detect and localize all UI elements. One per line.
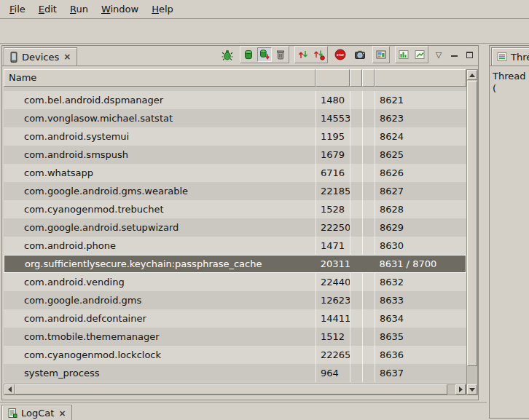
menu-edit[interactable]: Edit bbox=[32, 1, 63, 17]
process-name: com.whatsapp bbox=[4, 164, 316, 182]
device-table: Name com.bel.android.dspmanager 1480 862… bbox=[4, 69, 466, 382]
table-row[interactable]: com.android.phone 1471 8630 bbox=[4, 237, 466, 255]
threads-message-line1: Thread up bbox=[493, 70, 529, 82]
process-pid: 1480 bbox=[316, 91, 350, 109]
process-name: org.sufficientlysecure.keychain:passphra… bbox=[4, 255, 316, 272]
cause-gc-icon[interactable] bbox=[273, 47, 288, 62]
devices-icon bbox=[9, 52, 18, 63]
table-row[interactable]: com.bel.android.dspmanager 1480 8621 bbox=[4, 91, 466, 109]
view-menu-icon[interactable]: ▽ bbox=[434, 49, 444, 60]
menu-window[interactable]: Window bbox=[95, 1, 145, 17]
status-cell-2 bbox=[362, 309, 375, 328]
column-header-status1[interactable] bbox=[350, 69, 362, 87]
scroll-left-arrow[interactable] bbox=[4, 384, 15, 395]
status-cell-2 bbox=[362, 291, 375, 309]
status-cell-2 bbox=[362, 182, 375, 200]
minimize-icon[interactable] bbox=[449, 49, 459, 60]
horizontal-scrollbar[interactable] bbox=[4, 384, 466, 395]
table-row[interactable]: com.android.vending 22440 8632 bbox=[4, 273, 466, 291]
process-pid: 6716 bbox=[316, 164, 350, 182]
process-port: 8636 bbox=[375, 346, 466, 364]
menu-bar: File Edit Run Window Help bbox=[0, 0, 529, 19]
process-name: com.tmobile.thememanager bbox=[4, 328, 316, 346]
logcat-icon bbox=[7, 408, 17, 419]
close-logcat-tab-icon[interactable]: × bbox=[58, 408, 66, 419]
process-name: com.android.defcontainer bbox=[4, 309, 316, 328]
process-pid: 20311 bbox=[316, 255, 350, 272]
column-header-name[interactable]: Name bbox=[4, 69, 316, 87]
table-row[interactable]: com.android.defcontainer 14411 8634 bbox=[4, 309, 466, 328]
screen-capture-icon[interactable] bbox=[353, 47, 367, 62]
status-cell-1 bbox=[350, 127, 362, 146]
maximize-icon[interactable] bbox=[464, 49, 474, 60]
table-row[interactable]: com.google.android.gms.wearable 22185 86… bbox=[4, 182, 466, 200]
debug-process-icon[interactable] bbox=[220, 47, 235, 62]
scroll-down-arrow[interactable] bbox=[467, 384, 477, 395]
process-pid: 1528 bbox=[316, 200, 350, 218]
horizontal-scrollbar-thumb[interactable] bbox=[15, 384, 447, 395]
tab-devices[interactable]: Devices × bbox=[4, 47, 77, 66]
menu-file[interactable]: File bbox=[3, 1, 32, 17]
tab-threads[interactable]: Threads bbox=[491, 47, 529, 66]
table-row[interactable]: com.android.systemui 1195 8624 bbox=[4, 127, 466, 146]
vertical-scrollbar-thumb[interactable] bbox=[467, 81, 477, 366]
system-info-chart-icon[interactable] bbox=[396, 47, 411, 62]
process-pid: 22265 bbox=[316, 346, 350, 364]
process-port: 8629 bbox=[375, 218, 466, 237]
process-port: 8633 bbox=[375, 291, 466, 309]
threads-tabbar: Threads bbox=[490, 46, 529, 66]
process-port: 8634 bbox=[375, 309, 466, 328]
status-cell-1 bbox=[350, 255, 362, 272]
column-header-port[interactable] bbox=[375, 69, 466, 87]
menu-help[interactable]: Help bbox=[145, 1, 180, 17]
svg-text:STOP: STOP bbox=[337, 54, 345, 57]
close-devices-tab-icon[interactable]: × bbox=[63, 52, 71, 62]
process-name: com.android.smspush bbox=[4, 146, 316, 164]
threads-icon bbox=[497, 52, 507, 62]
status-cell-1 bbox=[350, 200, 362, 218]
table-row[interactable]: com.tmobile.thememanager 1512 8635 bbox=[4, 328, 466, 346]
screen-record-icon[interactable] bbox=[374, 47, 388, 62]
process-name: com.cyanogenmod.lockclock bbox=[4, 346, 316, 364]
table-row[interactable]: com.google.android.gms 12623 8633 bbox=[4, 291, 466, 309]
start-method-profiling-icon[interactable] bbox=[312, 47, 326, 62]
table-row[interactable]: com.android.smspush 1679 8625 bbox=[4, 146, 466, 164]
status-cell-2 bbox=[362, 109, 375, 127]
table-row[interactable]: system_process 964 8637 bbox=[4, 364, 466, 382]
table-row[interactable]: com.cyanogenmod.lockclock 22265 8636 bbox=[4, 346, 466, 364]
update-heap-icon[interactable] bbox=[241, 47, 256, 62]
status-cell-2 bbox=[362, 218, 375, 237]
status-cell-2 bbox=[362, 164, 375, 182]
threads-icon-group bbox=[294, 46, 328, 63]
process-port: 8630 bbox=[375, 237, 466, 255]
logcat-tabbar: LogCat × bbox=[0, 403, 487, 420]
process-pid: 14553 bbox=[316, 109, 350, 127]
table-row[interactable]: com.vonglasow.michael.satstat 14553 8623 bbox=[4, 109, 466, 127]
tab-logcat[interactable]: LogCat × bbox=[1, 405, 72, 420]
scroll-right-arrow[interactable] bbox=[455, 384, 466, 395]
process-pid: 1471 bbox=[316, 237, 350, 255]
table-row[interactable]: org.sufficientlysecure.keychain:passphra… bbox=[4, 255, 466, 273]
process-name: com.bel.android.dspmanager bbox=[4, 91, 316, 109]
scroll-up-arrow[interactable] bbox=[467, 70, 477, 80]
process-port: 8635 bbox=[375, 328, 466, 346]
process-name: com.google.android.gms bbox=[4, 291, 316, 309]
status-cell-1 bbox=[350, 328, 362, 346]
table-row[interactable]: com.whatsapp 6716 8626 bbox=[4, 164, 466, 182]
system-info-graph-icon[interactable] bbox=[412, 47, 427, 62]
process-port: 8626 bbox=[375, 164, 466, 182]
dump-hprof-icon[interactable] bbox=[257, 47, 272, 62]
table-row[interactable]: com.google.android.setupwizard 22250 862… bbox=[4, 218, 466, 237]
vertical-scrollbar[interactable] bbox=[466, 69, 478, 395]
status-cell-1 bbox=[350, 364, 362, 382]
status-cell-1 bbox=[350, 237, 362, 255]
stop-process-icon[interactable]: STOP bbox=[333, 47, 348, 62]
table-row[interactable]: com.cyanogenmod.trebuchet 1528 8628 bbox=[4, 200, 466, 218]
column-header-pid[interactable] bbox=[316, 69, 350, 87]
status-cell-1 bbox=[350, 109, 362, 127]
status-cell-2 bbox=[362, 328, 375, 346]
column-header-status2[interactable] bbox=[362, 69, 375, 87]
process-name: com.google.android.setupwizard bbox=[4, 218, 316, 237]
menu-run[interactable]: Run bbox=[63, 1, 95, 17]
update-threads-icon[interactable] bbox=[296, 47, 310, 62]
